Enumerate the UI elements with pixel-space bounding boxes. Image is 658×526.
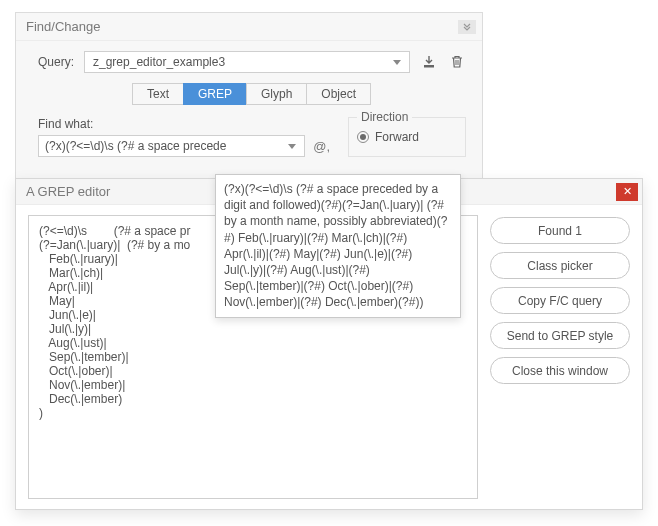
- find-what-label: Find what:: [38, 117, 330, 131]
- svg-rect-0: [424, 65, 434, 68]
- close-window-button[interactable]: Close this window: [490, 357, 630, 384]
- query-row: Query: z_grep_editor_example3: [38, 51, 466, 73]
- find-what-value: (?x)(?<=\d)\s (?# a space precede: [45, 139, 284, 153]
- tooltip-text: (?x)(?<=\d)\s (?# a space preceded by a …: [224, 182, 447, 309]
- special-chars-button[interactable]: @,: [313, 139, 330, 154]
- tab-glyph[interactable]: Glyph: [246, 83, 307, 105]
- find-change-titlebar: Find/Change: [16, 13, 482, 41]
- minimize-button[interactable]: [458, 20, 476, 34]
- find-what-input-row: (?x)(?<=\d)\s (?# a space precede @,: [38, 135, 330, 157]
- direction-forward-label: Forward: [375, 130, 419, 144]
- find-change-title: Find/Change: [26, 19, 458, 34]
- find-what-input[interactable]: (?x)(?<=\d)\s (?# a space precede: [38, 135, 305, 157]
- chevron-down-icon[interactable]: [288, 144, 296, 149]
- radio-forward[interactable]: [357, 131, 369, 143]
- save-query-icon[interactable]: [420, 53, 438, 71]
- class-picker-button[interactable]: Class picker: [490, 252, 630, 279]
- close-icon[interactable]: ✕: [616, 183, 638, 201]
- mode-tabs: Text GREP Glyph Object: [38, 83, 466, 105]
- query-label: Query:: [38, 55, 74, 69]
- copy-query-button[interactable]: Copy F/C query: [490, 287, 630, 314]
- trash-icon[interactable]: [448, 53, 466, 71]
- direction-forward-row[interactable]: Forward: [357, 130, 457, 144]
- find-what-column: Find what: (?x)(?<=\d)\s (?# a space pre…: [38, 117, 330, 157]
- find-what-tooltip: (?x)(?<=\d)\s (?# a space preceded by a …: [215, 174, 461, 318]
- tab-text[interactable]: Text: [132, 83, 184, 105]
- query-select[interactable]: z_grep_editor_example3: [84, 51, 410, 73]
- tab-object[interactable]: Object: [306, 83, 371, 105]
- found-button[interactable]: Found 1: [490, 217, 630, 244]
- chevron-down-icon: [393, 60, 401, 65]
- find-what-row: Find what: (?x)(?<=\d)\s (?# a space pre…: [38, 117, 466, 157]
- send-to-style-button[interactable]: Send to GREP style: [490, 322, 630, 349]
- direction-label: Direction: [357, 110, 412, 124]
- grep-editor-buttons: Found 1 Class picker Copy F/C query Send…: [490, 215, 630, 499]
- query-value: z_grep_editor_example3: [93, 55, 389, 69]
- find-change-body: Query: z_grep_editor_example3 Text GREP …: [16, 41, 482, 157]
- tab-grep[interactable]: GREP: [183, 83, 247, 105]
- direction-group: Direction Forward: [348, 117, 466, 157]
